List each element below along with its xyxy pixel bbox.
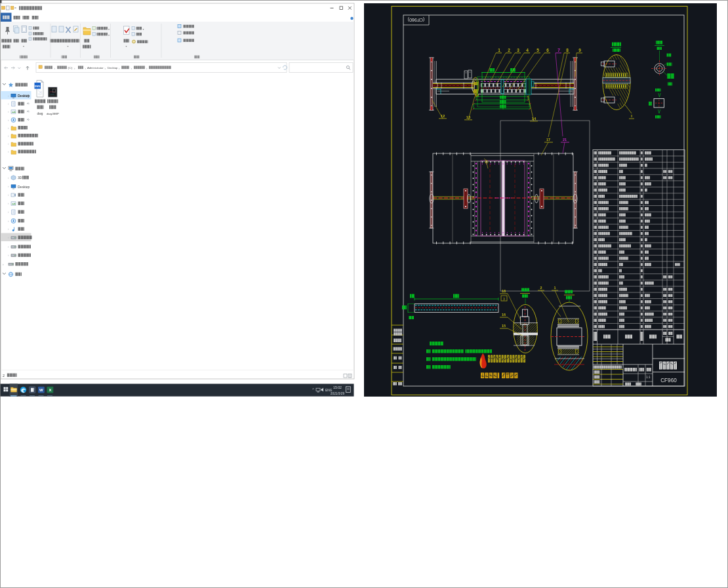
svg-text:7: 7 xyxy=(557,48,560,52)
svg-text:▾: ▾ xyxy=(108,33,110,37)
svg-text:16: 16 xyxy=(502,313,506,317)
svg-text:15: 15 xyxy=(502,324,506,328)
svg-text:DWG: DWG xyxy=(35,85,41,88)
svg-text:(CF960): (CF960) xyxy=(408,17,425,22)
svg-text:2: 2 xyxy=(508,48,510,52)
svg-text:4: 4 xyxy=(526,48,529,52)
svg-text:(C:): (C:) xyxy=(68,66,73,69)
svg-text:17: 17 xyxy=(546,138,550,142)
svg-text:3: 3 xyxy=(503,297,505,301)
svg-text:X: X xyxy=(49,388,51,392)
svg-text:▾: ▾ xyxy=(143,28,144,31)
svg-text:Desktop: Desktop xyxy=(18,185,30,189)
svg-text:14: 14 xyxy=(532,117,536,121)
svg-text:3: 3 xyxy=(517,48,519,52)
svg-text:21: 21 xyxy=(563,138,567,142)
svg-text:1:1: 1:1 xyxy=(646,376,651,379)
svg-text:8: 8 xyxy=(566,48,569,52)
svg-text:CF960: CF960 xyxy=(660,378,677,383)
svg-text:Administrator: Administrator xyxy=(87,66,104,69)
svg-text:dwg.BMP: dwg.BMP xyxy=(47,112,59,115)
svg-text:W: W xyxy=(39,388,43,392)
svg-text:9: 9 xyxy=(578,48,581,52)
svg-text:15:02: 15:02 xyxy=(333,385,342,389)
svg-text:▾: ▾ xyxy=(23,45,24,48)
svg-text:▾: ▾ xyxy=(126,45,127,48)
svg-text:3D: 3D xyxy=(18,176,22,180)
svg-text:2: 2 xyxy=(3,374,5,378)
svg-text:5: 5 xyxy=(536,48,539,52)
svg-text:▾: ▾ xyxy=(108,28,110,31)
svg-text:=: = xyxy=(14,6,16,10)
svg-text:▾: ▾ xyxy=(68,45,69,48)
svg-text:dwg: dwg xyxy=(37,112,43,115)
svg-text:Desktop: Desktop xyxy=(108,66,118,69)
svg-text:2021/3/29: 2021/3/29 xyxy=(331,392,345,395)
svg-text:1: 1 xyxy=(498,48,500,52)
svg-text:2: 2 xyxy=(540,286,542,290)
svg-text:18: 18 xyxy=(502,289,506,293)
svg-text:1: 1 xyxy=(554,286,556,290)
svg-text:⌃: ⌃ xyxy=(312,388,315,392)
svg-text:Desktop: Desktop xyxy=(18,94,30,98)
svg-text:6: 6 xyxy=(546,48,549,52)
